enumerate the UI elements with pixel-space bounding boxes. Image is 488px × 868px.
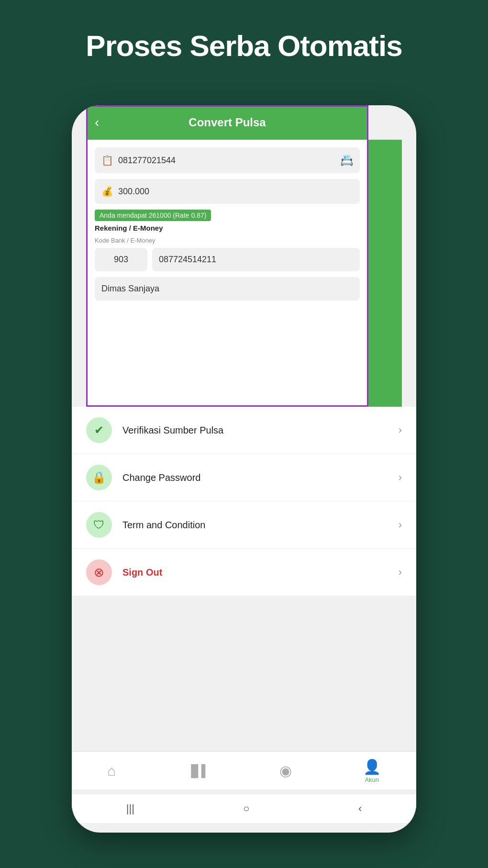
change-password-icon-circle: 🔒: [86, 465, 112, 490]
gesture-recent: |||: [126, 802, 134, 815]
menu-item-sign-out[interactable]: ⊗ Sign Out ›: [72, 549, 416, 596]
change-password-label: Change Password: [122, 472, 399, 483]
menu-list: ✔ Verifikasi Sumber Pulsa › 🔒 Change Pas…: [72, 407, 416, 596]
nav-stats[interactable]: ▐▌▌: [187, 764, 209, 778]
home-icon: ⌂: [107, 763, 116, 779]
gesture-back: ‹: [358, 802, 362, 815]
term-condition-icon-circle: 🛡: [86, 512, 112, 538]
phone-gesture-bar: ||| ○ ‹: [72, 794, 416, 823]
nav-akun[interactable]: 👤 Akun: [363, 758, 381, 783]
menu-item-verifikasi[interactable]: ✔ Verifikasi Sumber Pulsa ›: [72, 407, 416, 454]
amount-field[interactable]: 💰 300.000: [95, 179, 360, 204]
verifikasi-label: Verifikasi Sumber Pulsa: [122, 425, 399, 436]
rate-badge: Anda mendapat 261000 (Rate 0.87): [95, 210, 211, 221]
bank-row: 903 087724514211: [95, 248, 360, 271]
phone-number-value: 081277021544: [118, 156, 340, 166]
menu-item-change-password[interactable]: 🔒 Change Password ›: [72, 454, 416, 501]
convert-title: Convert Pulsa: [189, 116, 266, 129]
term-condition-icon: 🛡: [93, 518, 105, 532]
nav-convert[interactable]: ◉: [279, 762, 292, 779]
akun-icon: 👤: [363, 758, 381, 775]
term-condition-chevron: ›: [399, 519, 402, 531]
account-number-field[interactable]: 087724514211: [152, 248, 360, 271]
phone-icon: 📋: [101, 155, 113, 166]
stats-icon: ▐▌▌: [187, 764, 209, 778]
convert-body: 📋 081277021544 📇 💰 300.000 Anda mendapat…: [86, 140, 368, 308]
wallet-icon: 💰: [101, 186, 113, 197]
nav-home[interactable]: ⌂: [107, 763, 116, 779]
convert-pulsa-screen: ‹ Convert Pulsa 📋 081277021544 📇 💰 300.0…: [86, 105, 368, 407]
gesture-home: ○: [243, 802, 249, 815]
sign-out-label: Sign Out: [122, 567, 399, 578]
contact-icon[interactable]: 📇: [340, 154, 353, 167]
amount-value: 300.000: [118, 187, 353, 197]
menu-item-term-condition[interactable]: 🛡 Term and Condition ›: [72, 501, 416, 549]
verifikasi-chevron: ›: [399, 424, 402, 436]
change-password-icon: 🔒: [92, 471, 106, 484]
akun-label: Akun: [365, 776, 379, 783]
convert-icon: ◉: [279, 762, 292, 779]
verifikasi-icon-circle: ✔: [86, 417, 112, 443]
term-condition-label: Term and Condition: [122, 520, 399, 531]
sign-out-chevron: ›: [399, 566, 402, 579]
page-title: Proses Serba Otomatis: [0, 0, 488, 63]
back-button[interactable]: ‹: [95, 115, 99, 130]
rekening-label: Rekening / E-Money: [95, 224, 360, 232]
convert-header: ‹ Convert Pulsa: [86, 105, 368, 140]
sign-out-icon: ⊗: [94, 565, 104, 580]
sign-out-icon-circle: ⊗: [86, 559, 112, 585]
kode-bank-label: Kode Bank / E-Money: [95, 237, 360, 244]
phone-number-field[interactable]: 📋 081277021544 📇: [95, 147, 360, 173]
account-name-field[interactable]: Dimas Sanjaya: [95, 277, 360, 300]
bank-code-field[interactable]: 903: [95, 248, 147, 271]
phone-frame: ‹ Convert Pulsa 📋 081277021544 📇 💰 300.0…: [72, 105, 416, 833]
bottom-navigation: ⌂ ▐▌▌ ◉ 👤 Akun: [72, 751, 416, 790]
change-password-chevron: ›: [399, 471, 402, 484]
verifikasi-icon: ✔: [94, 423, 104, 437]
